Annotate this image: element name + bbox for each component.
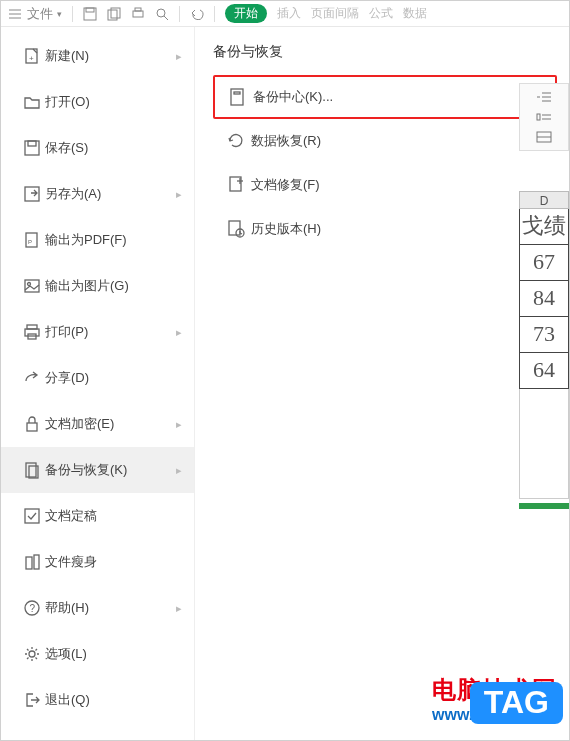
menu-backup-restore[interactable]: 备份与恢复(K) ▸ (1, 447, 194, 493)
menu-export-pdf[interactable]: P 输出为PDF(F) (1, 217, 194, 263)
file-sidebar: + 新建(N) ▸ 打开(O) 保存(S) 另存为(A) ▸ P 输出为PDF(… (1, 27, 195, 740)
share-icon (19, 369, 45, 387)
undo-icon[interactable] (190, 8, 204, 20)
pdf-icon: P (19, 231, 45, 249)
menu-slim[interactable]: 文件瘦身 (1, 539, 194, 585)
submenu-doc-repair[interactable]: 文档修复(F) (213, 163, 557, 207)
save-icon (19, 139, 45, 157)
menu-label: 退出(Q) (45, 691, 184, 709)
menu-export-image[interactable]: 输出为图片(G) (1, 263, 194, 309)
svg-rect-29 (34, 555, 39, 569)
menu-label: 保存(S) (45, 139, 184, 157)
chevron-right-icon: ▸ (176, 50, 182, 63)
sheet-empty-area[interactable] (519, 389, 569, 499)
backup-icon (19, 461, 45, 479)
preview-icon[interactable] (155, 7, 169, 21)
menu-label: 选项(L) (45, 645, 184, 663)
svg-rect-45 (537, 114, 540, 120)
svg-rect-24 (27, 423, 37, 431)
sheet-cell[interactable]: 戈绩 (519, 209, 569, 245)
menu-open[interactable]: 打开(O) (1, 79, 194, 125)
svg-rect-38 (229, 221, 240, 235)
indent-left-icon[interactable] (536, 90, 552, 104)
chevron-right-icon: ▸ (176, 464, 182, 477)
submenu-label: 文档修复(F) (251, 176, 320, 194)
submenu-label: 历史版本(H) (251, 220, 321, 238)
watermark-tag: TAG (470, 682, 563, 724)
submenu-title: 备份与恢复 (213, 43, 557, 61)
submenu-history[interactable]: 历史版本(H) (213, 207, 557, 251)
menu-label: 输出为图片(G) (45, 277, 184, 295)
slim-icon (19, 553, 45, 571)
svg-rect-25 (26, 463, 36, 477)
submenu-backup-center[interactable]: 备份中心(K)... (213, 75, 557, 119)
menu-label: 帮助(H) (45, 599, 176, 617)
menu-encrypt[interactable]: 文档加密(E) ▸ (1, 401, 194, 447)
menu-label: 输出为PDF(F) (45, 231, 184, 249)
save-icon[interactable] (83, 7, 97, 21)
image-icon (19, 277, 45, 295)
menu-print[interactable]: 打印(P) ▸ (1, 309, 194, 355)
print-icon[interactable] (131, 7, 145, 21)
svg-rect-15 (28, 141, 36, 146)
history-icon (221, 219, 251, 239)
tab-insert[interactable]: 插入 (277, 5, 301, 22)
menu-label: 备份与恢复(K) (45, 461, 176, 479)
sheet-cell[interactable]: 67 (519, 245, 569, 281)
svg-rect-28 (26, 557, 32, 569)
svg-line-10 (164, 16, 168, 20)
equals-icon[interactable] (536, 110, 552, 124)
chevron-right-icon: ▸ (176, 326, 182, 339)
chevron-right-icon: ▸ (176, 188, 182, 201)
backup-center-icon (223, 87, 253, 107)
svg-rect-27 (25, 509, 39, 523)
menu-label: 打开(O) (45, 93, 184, 111)
printer-icon (19, 323, 45, 341)
menu-options[interactable]: 选项(L) (1, 631, 194, 677)
tab-layout[interactable]: 页面间隔 (311, 5, 359, 22)
repair-icon (221, 175, 251, 195)
menu-save[interactable]: 保存(S) (1, 125, 194, 171)
sheet-cell[interactable]: 73 (519, 317, 569, 353)
menu-label: 打印(P) (45, 323, 176, 341)
menu-new[interactable]: + 新建(N) ▸ (1, 33, 194, 79)
copy-icon[interactable] (107, 7, 121, 21)
menu-label: 文件瘦身 (45, 553, 184, 571)
menu-label: 新建(N) (45, 47, 176, 65)
tab-formula[interactable]: 公式 (369, 5, 393, 22)
backup-submenu: 备份与恢复 备份中心(K)... 数据恢复(R) 文档修复(F) 历史版本(H)… (195, 27, 569, 740)
svg-point-20 (28, 283, 31, 286)
menu-help[interactable]: ? 帮助(H) ▸ (1, 585, 194, 631)
menu-label: 分享(D) (45, 369, 184, 387)
rows-icon[interactable] (536, 130, 552, 144)
folder-icon (19, 93, 45, 111)
menu-share[interactable]: 分享(D) (1, 355, 194, 401)
submenu-label: 数据恢复(R) (251, 132, 321, 150)
selection-highlight (519, 503, 569, 509)
gear-icon (19, 645, 45, 663)
column-header[interactable]: D (519, 191, 569, 209)
svg-rect-22 (25, 329, 39, 336)
tab-data[interactable]: 数据 (403, 5, 427, 22)
file-menu[interactable]: 文件 ▾ (9, 5, 62, 23)
new-icon: + (19, 47, 45, 65)
watermark: 站 电脑技术网 www.tagxp.com TAG (432, 674, 557, 724)
help-icon: ? (19, 599, 45, 617)
menu-exit[interactable]: 退出(Q) (1, 677, 194, 723)
menu-label: 文档加密(E) (45, 415, 176, 433)
save-as-icon (19, 185, 45, 203)
top-toolbar: 文件 ▾ 开始 插入 页面间隔 公式 数据 (1, 1, 569, 27)
menu-save-as[interactable]: 另存为(A) ▸ (1, 171, 194, 217)
menu-finalize[interactable]: 文档定稿 (1, 493, 194, 539)
submenu-data-recovery[interactable]: 数据恢复(R) (213, 119, 557, 163)
sheet-cell[interactable]: 84 (519, 281, 569, 317)
svg-text:?: ? (30, 603, 36, 614)
sheet-cell[interactable]: 64 (519, 353, 569, 389)
check-icon (19, 507, 45, 525)
lock-icon (19, 415, 45, 433)
tab-start[interactable]: 开始 (225, 4, 267, 23)
menu-label: 文档定稿 (45, 507, 184, 525)
menu-label: 另存为(A) (45, 185, 176, 203)
svg-rect-34 (234, 92, 240, 94)
svg-rect-26 (29, 466, 38, 478)
